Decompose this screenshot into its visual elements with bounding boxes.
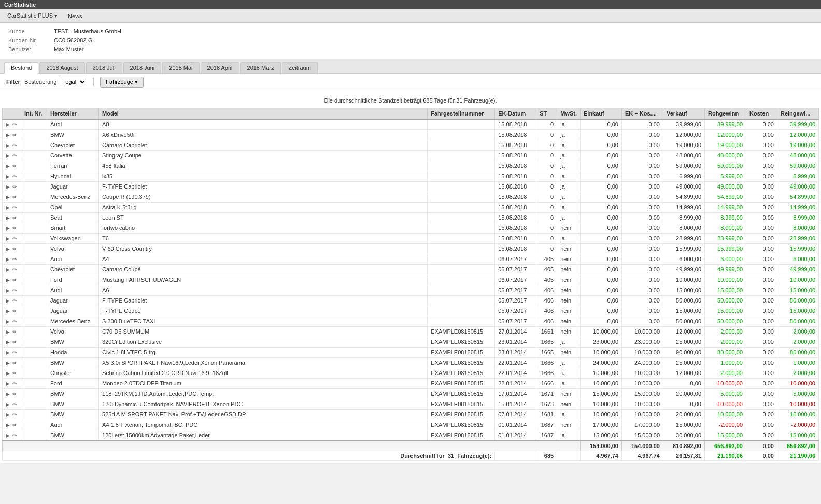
th-int-nr[interactable]: Int. Nr. xyxy=(21,108,47,119)
edit-icon[interactable]: ✏ xyxy=(11,401,18,408)
edit-icon[interactable]: ✏ xyxy=(11,173,18,180)
row-kosten: 0,00 xyxy=(746,295,777,306)
expand-icon[interactable]: ▶ xyxy=(6,122,10,127)
edit-icon[interactable]: ✏ xyxy=(11,380,18,387)
row-rohgewinn: 8.000,00 xyxy=(705,223,746,233)
tab-2018-mai[interactable]: 2018 Mai xyxy=(162,62,199,73)
expand-icon[interactable]: ▶ xyxy=(6,184,10,190)
edit-icon[interactable]: ✏ xyxy=(11,246,18,252)
th-reingewinn[interactable]: Reingewi... xyxy=(777,108,819,119)
edit-icon[interactable]: ✏ xyxy=(11,121,18,128)
th-mwst[interactable]: MwSt. xyxy=(557,108,581,119)
edit-icon[interactable]: ✏ xyxy=(11,163,18,169)
edit-icon[interactable]: ✏ xyxy=(11,287,18,294)
tab-2018-märz[interactable]: 2018 März xyxy=(240,62,281,73)
row-rohgewinn: -2.000,00 xyxy=(705,420,746,430)
expand-icon[interactable]: ▶ xyxy=(6,329,10,335)
edit-icon[interactable]: ✏ xyxy=(11,411,18,418)
tab-2018-august[interactable]: 2018 August xyxy=(39,62,84,73)
expand-icon[interactable]: ▶ xyxy=(6,277,10,283)
edit-icon[interactable]: ✏ xyxy=(11,318,18,325)
row-fgnr: EXAMPLE08150815 xyxy=(428,378,495,388)
expand-icon[interactable]: ▶ xyxy=(6,205,10,210)
edit-icon[interactable]: ✏ xyxy=(11,225,18,232)
expand-icon[interactable]: ▶ xyxy=(6,370,10,376)
edit-icon[interactable]: ✏ xyxy=(11,235,18,242)
expand-icon[interactable]: ▶ xyxy=(6,153,10,159)
tab-2018-juni[interactable]: 2018 Juni xyxy=(123,62,162,73)
expand-icon[interactable]: ▶ xyxy=(6,350,10,355)
menu-carstatistic-plus[interactable]: CarStatistic PLUS xyxy=(4,11,61,20)
th-kosten[interactable]: Kosten xyxy=(746,108,777,119)
row-ek-kos: 0,00 xyxy=(622,212,663,223)
expand-icon[interactable]: ▶ xyxy=(6,412,10,417)
row-st: 0 xyxy=(536,171,557,181)
edit-icon[interactable]: ✏ xyxy=(11,183,18,190)
edit-icon[interactable]: ✏ xyxy=(11,308,18,314)
row-verkauf: 25.000,00 xyxy=(663,337,705,347)
expand-icon[interactable]: ▶ xyxy=(6,339,10,345)
tab-2018-april[interactable]: 2018 April xyxy=(201,62,239,73)
tab-zeitraum[interactable]: Zeitraum xyxy=(282,62,318,73)
edit-icon[interactable]: ✏ xyxy=(11,328,18,335)
expand-icon[interactable]: ▶ xyxy=(6,256,10,262)
edit-icon[interactable]: ✏ xyxy=(11,277,18,283)
th-model[interactable]: Model xyxy=(99,108,428,119)
edit-icon[interactable]: ✏ xyxy=(11,194,18,200)
edit-icon[interactable]: ✏ xyxy=(11,391,18,397)
edit-icon[interactable]: ✏ xyxy=(11,142,18,149)
edit-icon[interactable]: ✏ xyxy=(11,422,18,428)
edit-icon[interactable]: ✏ xyxy=(11,214,18,221)
th-st[interactable]: ST xyxy=(536,108,557,119)
tab-bestand[interactable]: Bestand xyxy=(4,62,38,74)
row-mwst: ja xyxy=(557,181,581,192)
expand-icon[interactable]: ▶ xyxy=(6,246,10,252)
edit-icon[interactable]: ✏ xyxy=(11,359,18,366)
expand-icon[interactable]: ▶ xyxy=(6,319,10,324)
row-rohgewinn: 10.000,00 xyxy=(705,275,746,285)
row-actions: ▶ ✏ xyxy=(3,368,21,378)
th-rohgewinn[interactable]: Rohgewinn xyxy=(705,108,746,119)
edit-icon[interactable]: ✏ xyxy=(11,152,18,159)
tab-2018-juli[interactable]: 2018 Juli xyxy=(86,62,122,73)
th-fgnr[interactable]: Fahrgestellnummer xyxy=(428,108,495,119)
edit-icon[interactable]: ✏ xyxy=(11,256,18,263)
expand-icon[interactable]: ▶ xyxy=(6,401,10,407)
expand-icon[interactable]: ▶ xyxy=(6,132,10,138)
expand-icon[interactable]: ▶ xyxy=(6,308,10,314)
fahrzeuge-button[interactable]: Fahrzeuge xyxy=(100,77,144,88)
expand-icon[interactable]: ▶ xyxy=(6,298,10,304)
edit-icon[interactable]: ✏ xyxy=(11,349,18,356)
expand-icon[interactable]: ▶ xyxy=(6,174,10,179)
edit-icon[interactable]: ✏ xyxy=(11,432,18,439)
edit-icon[interactable]: ✏ xyxy=(11,339,18,345)
expand-icon[interactable]: ▶ xyxy=(6,163,10,169)
expand-icon[interactable]: ▶ xyxy=(6,225,10,231)
edit-icon[interactable]: ✏ xyxy=(11,370,18,377)
expand-icon[interactable]: ▶ xyxy=(6,391,10,397)
expand-icon[interactable]: ▶ xyxy=(6,215,10,221)
th-ek-kos[interactable]: EK + Kos.... xyxy=(622,108,663,119)
expand-icon[interactable]: ▶ xyxy=(6,142,10,148)
expand-icon[interactable]: ▶ xyxy=(6,267,10,272)
row-ek-datum: 15.08.2018 xyxy=(495,119,536,130)
edit-icon[interactable]: ✏ xyxy=(11,204,18,211)
edit-icon[interactable]: ✏ xyxy=(11,297,18,304)
expand-icon[interactable]: ▶ xyxy=(6,433,10,438)
expand-icon[interactable]: ▶ xyxy=(6,194,10,200)
expand-icon[interactable]: ▶ xyxy=(6,287,10,293)
menu-news[interactable]: News xyxy=(65,12,86,20)
row-verkauf: 54.899,00 xyxy=(663,192,705,202)
expand-icon[interactable]: ▶ xyxy=(6,422,10,428)
edit-icon[interactable]: ✏ xyxy=(11,266,18,273)
expand-icon[interactable]: ▶ xyxy=(6,360,10,366)
row-kosten: 0,00 xyxy=(746,420,777,430)
edit-icon[interactable]: ✏ xyxy=(11,132,18,138)
th-verkauf[interactable]: Verkauf xyxy=(663,108,705,119)
expand-icon[interactable]: ▶ xyxy=(6,236,10,241)
besteuerung-select[interactable]: egaljanein xyxy=(61,77,87,87)
th-ek-datum[interactable]: EK-Datum xyxy=(495,108,536,119)
th-einkauf[interactable]: Einkauf xyxy=(581,108,622,119)
expand-icon[interactable]: ▶ xyxy=(6,381,10,386)
th-hersteller[interactable]: Hersteller xyxy=(47,108,99,119)
